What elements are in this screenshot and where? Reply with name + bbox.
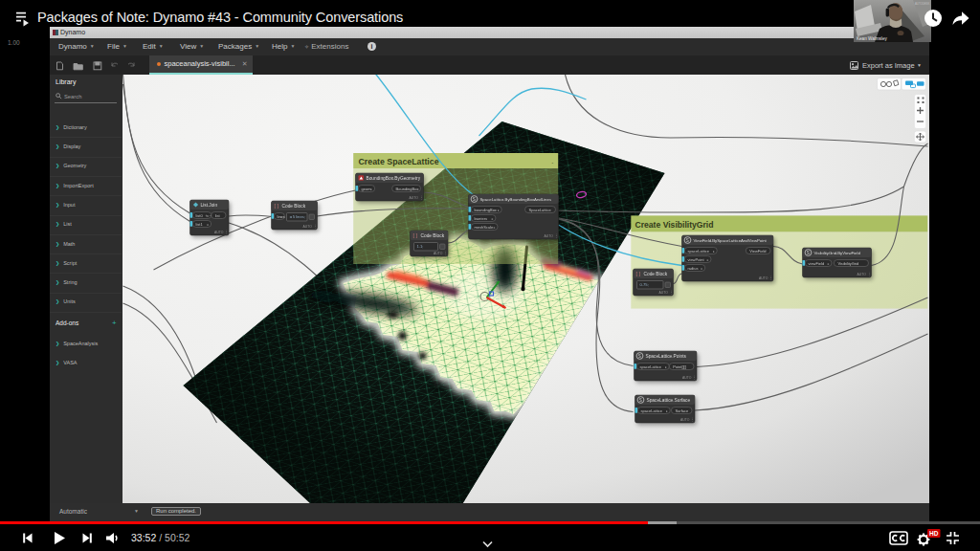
svg-text:SpaceLattice.ByBoundingBoxAndL: SpaceLattice.ByBoundingBoxAndLines (479, 197, 551, 202)
svg-text:SpaceLattice.Points: SpaceLattice.Points (645, 354, 686, 359)
svg-text:Surface: Surface (675, 408, 689, 413)
svg-text:1.1;: 1.1; (416, 244, 423, 249)
svg-text:Code Block: Code Block (281, 204, 305, 209)
svg-text:AUTO: AUTO (214, 231, 224, 234)
svg-text:meshScale: meshScale (474, 225, 494, 230)
svg-text:⋮: ⋮ (768, 276, 773, 280)
svg-text:⋮: ⋮ (554, 233, 559, 238)
svg-text:SpaceLattice: SpaceLattice (528, 208, 551, 212)
svg-text:⋮: ⋮ (224, 230, 229, 234)
svg-text:AUTO: AUTO (680, 418, 690, 422)
svg-text:AUTO: AUTO (544, 234, 553, 238)
svg-text:Create VisibilityGrid: Create VisibilityGrid (635, 220, 713, 230)
svg-text:▸: ▸ (491, 217, 493, 221)
svg-text:0.75;: 0.75; (639, 282, 648, 287)
svg-text:VisibilityGrid: VisibilityGrid (837, 261, 858, 266)
svg-text:▸: ▸ (665, 409, 667, 413)
svg-text:HD: HD (929, 530, 939, 537)
svg-text:⋮: ⋮ (313, 224, 318, 229)
svg-text:▸: ▸ (701, 267, 702, 271)
svg-text:⋮: ⋮ (443, 251, 448, 255)
svg-text:VisibilityGrid.ByViewField: VisibilityGrid.ByViewField (813, 251, 860, 255)
svg-text:spaceLattice: spaceLattice (687, 249, 709, 253)
svg-text:⋮: ⋮ (692, 375, 697, 380)
svg-text:ViewField.BySpaceLatticeAndVie: ViewField.BySpaceLatticeAndViewPoint (693, 238, 767, 243)
svg-text:viewField: viewField (808, 261, 824, 266)
svg-text:AUTO: AUTO (759, 276, 768, 280)
svg-text:AUTO: AUTO (434, 252, 443, 255)
svg-text:+ –: + – (205, 213, 212, 218)
svg-text:list1: list1 (195, 222, 203, 227)
svg-text:Kean Walmsley: Kean Walmsley (857, 36, 887, 41)
svg-text:radius: radius (687, 266, 698, 271)
svg-text:spaceLattice: spaceLattice (640, 408, 662, 413)
svg-text:boundingBox: boundingBox (474, 208, 496, 212)
svg-text:AUTODESK: AUTODESK (915, 2, 929, 6)
svg-text:[ ]: [ ] (274, 203, 278, 209)
svg-text:viewPoint: viewPoint (687, 257, 704, 262)
svg-text:AUTO: AUTO (302, 225, 312, 229)
svg-text:▸: ▸ (712, 250, 714, 253)
svg-text:▸: ▸ (827, 262, 829, 266)
svg-text:Code Block: Code Block (420, 233, 444, 238)
svg-text:Code Block: Code Block (643, 272, 667, 276)
svg-text:SpaceLattice.Surface: SpaceLattice.Surface (646, 398, 690, 403)
svg-text:S: S (685, 238, 688, 243)
svg-text:▸: ▸ (706, 258, 708, 262)
svg-text:S: S (472, 197, 475, 202)
svg-text:[ ]: [ ] (635, 271, 640, 276)
svg-text:⋮: ⋮ (669, 290, 674, 295)
svg-text:AUTO: AUTO (658, 291, 668, 295)
svg-text:S: S (806, 251, 809, 255)
svg-text:AUTO: AUTO (857, 273, 866, 276)
svg-text:List.Join: List.Join (200, 203, 217, 208)
svg-text:[ ]: [ ] (412, 232, 417, 238)
svg-text:⋮: ⋮ (419, 195, 424, 200)
svg-text:BoundingBox.ByGeometry: BoundingBox.ByGeometry (366, 176, 420, 181)
svg-text:▸: ▸ (370, 187, 372, 191)
svg-text:spaceLattice: spaceLattice (639, 364, 661, 369)
svg-text:AUTO: AUTO (409, 196, 418, 200)
svg-text:Point[][]: Point[][] (673, 364, 686, 369)
svg-text:◂ 5 lines;: ◂ 5 lines; (289, 214, 305, 219)
svg-text:▸: ▸ (493, 226, 495, 230)
svg-text:⋮: ⋮ (690, 417, 695, 422)
svg-text:▸: ▸ (497, 209, 499, 212)
svg-text:▸: ▸ (207, 223, 209, 227)
svg-text:list0: list0 (195, 213, 203, 218)
svg-text:▸: ▸ (280, 215, 282, 219)
svg-text:S: S (637, 354, 640, 359)
svg-text:▸: ▸ (664, 365, 666, 369)
svg-text:barriers: barriers (474, 216, 487, 221)
svg-text:AUTO: AUTO (682, 376, 692, 380)
svg-text:BoundingBox: BoundingBox (395, 187, 418, 191)
svg-text:Create SpaceLattice: Create SpaceLattice (358, 157, 438, 166)
svg-text:S: S (638, 398, 641, 403)
svg-text:⋮: ⋮ (867, 272, 872, 276)
svg-text:ViewField: ViewField (749, 249, 766, 253)
